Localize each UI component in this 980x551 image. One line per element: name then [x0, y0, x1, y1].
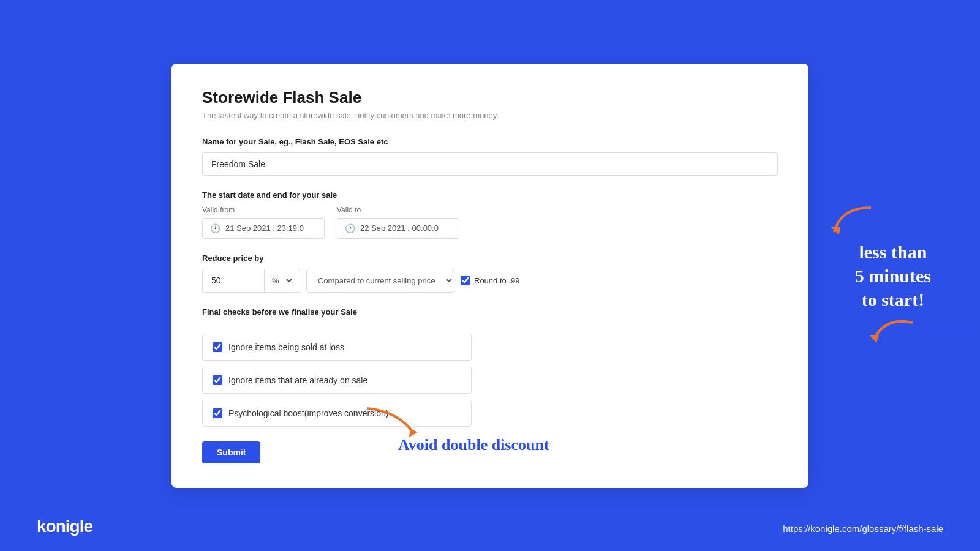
valid-to-input[interactable]: 🕐 22 Sep 2021 : 00:00:0	[337, 218, 459, 239]
date-section-label: The start date and end for your sale	[202, 190, 778, 200]
rollback-arrow-icon	[828, 201, 877, 244]
check-item-sale: Ignore items that are already on sale	[202, 367, 472, 394]
rollback-annotation: Automatic price rollback	[828, 183, 980, 244]
check-sale-label: Ignore items that are already on sale	[228, 375, 368, 385]
double-discount-annotation: Avoid double discount	[361, 405, 549, 454]
price-unit-select[interactable]: % $	[264, 269, 294, 292]
prevent-arrow-icon	[867, 313, 916, 350]
check-loss-checkbox[interactable]	[213, 342, 222, 352]
clock-icon-to: 🕐	[345, 223, 355, 233]
compare-select[interactable]: Compared to current selling price	[306, 269, 454, 293]
konigle-logo: konigle	[37, 517, 92, 536]
check-sale-checkbox[interactable]	[213, 375, 222, 385]
valid-from-value: 21 Sep 2021 : 23:19:0	[225, 223, 304, 233]
side-text-content: less than 5 minutes to start!	[855, 242, 931, 310]
rollback-text: Automatic price rollback	[883, 183, 980, 201]
sale-name-label: Name for your Sale, eg., Flash Sale, EOS…	[202, 137, 778, 146]
check-loss-label: Ignore items being sold at loss	[228, 342, 344, 352]
page-subtitle: The fastest way to create a storewide sa…	[202, 111, 778, 120]
valid-from-group: Valid from 🕐 21 Sep 2021 : 23:19:0	[202, 206, 325, 239]
reduce-price-label: Reduce price by	[202, 253, 778, 263]
valid-from-input[interactable]: 🕐 21 Sep 2021 : 23:19:0	[202, 218, 325, 239]
price-value-input[interactable]	[203, 269, 264, 291]
round-to-99-label[interactable]: Round to .99	[461, 276, 519, 285]
page-title: Storewide Flash Sale	[202, 88, 778, 107]
check-boost-checkbox[interactable]	[213, 408, 222, 418]
submit-button[interactable]: Submit	[202, 441, 260, 463]
svg-marker-1	[870, 335, 879, 343]
prevent-text: Prevent losses	[922, 323, 980, 341]
side-text-right: less than 5 minutes to start!	[855, 240, 931, 312]
sale-name-input[interactable]	[202, 152, 778, 176]
svg-marker-0	[831, 227, 840, 235]
double-discount-text: Avoid double discount	[398, 436, 549, 454]
final-checks-label: Final checks before we finalise your Sal…	[202, 307, 778, 317]
valid-to-group: Valid to 🕐 22 Sep 2021 : 00:00:0	[337, 206, 459, 239]
check-item-loss: Ignore items being sold at loss	[202, 334, 472, 361]
valid-to-label: Valid to	[337, 206, 459, 214]
reduce-price-section: Reduce price by % $ Compared to current …	[202, 253, 778, 293]
prevent-annotation: Prevent losses	[867, 313, 980, 350]
date-section: The start date and end for your sale Val…	[202, 190, 778, 239]
round-to-99-checkbox[interactable]	[461, 276, 470, 285]
valid-from-label: Valid from	[202, 206, 325, 214]
footer-url: https://konigle.com/glossary/f/flash-sal…	[783, 523, 943, 534]
sale-name-section: Name for your Sale, eg., Flash Sale, EOS…	[202, 137, 778, 176]
round-to-99-text: Round to .99	[474, 276, 519, 285]
clock-icon-from: 🕐	[210, 223, 221, 233]
valid-to-value: 22 Sep 2021 : 00:00:0	[360, 223, 439, 233]
main-card: Storewide Flash Sale The fastest way to …	[172, 64, 809, 488]
price-input-wrap: % $	[202, 269, 300, 293]
